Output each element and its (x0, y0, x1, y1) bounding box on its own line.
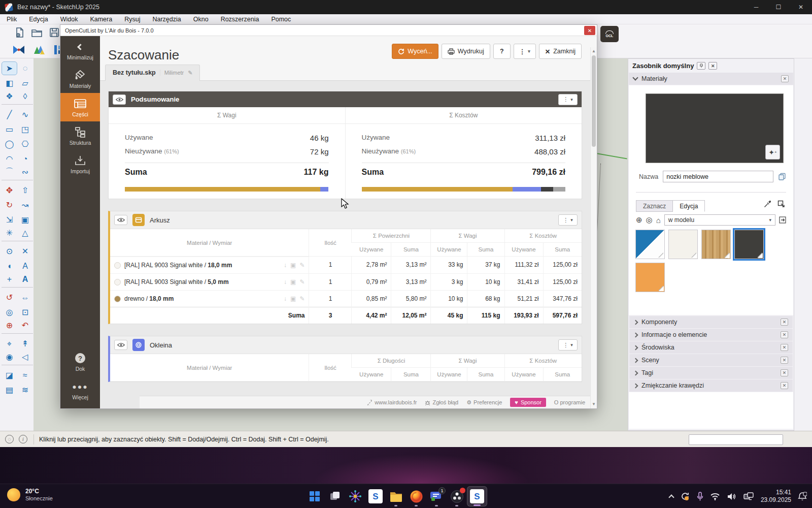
palette-tool-icon[interactable]: ⇲ (2, 213, 17, 227)
obs-studio-button[interactable] (447, 486, 467, 506)
arrow-down-icon[interactable]: ↓ (284, 262, 287, 269)
website-link[interactable]: www.lairdubois.fr (367, 399, 417, 405)
palette-tool-icon[interactable]: ⇔ (17, 291, 33, 304)
menu-item[interactable]: Widok (60, 16, 78, 23)
save-file-icon[interactable] (49, 27, 60, 38)
tray-section-header[interactable]: Informacje o elemencie ✕ (629, 329, 793, 341)
scrollbar-thumb[interactable] (592, 55, 596, 147)
scroll-up-icon[interactable]: ▲ (591, 49, 597, 53)
palette-tool-icon[interactable]: ◎ (2, 305, 17, 319)
notification-bell-icon[interactable] (798, 492, 807, 501)
geolocation-icon[interactable]: ◌ (5, 435, 14, 443)
edit-pencil-icon[interactable]: ✎ (299, 278, 304, 285)
col-group-weight[interactable]: Σ Wagi (431, 354, 504, 368)
collection-dropdown[interactable]: w modelu▾ (664, 214, 775, 226)
material-swatch[interactable] (635, 230, 665, 259)
palette-tool-icon[interactable]: ▱ (17, 76, 33, 90)
sketchup-active-button[interactable]: S (467, 486, 487, 506)
add-material-icon[interactable]: ⊕ (636, 215, 642, 225)
palette-tool-icon[interactable]: ∿ (17, 108, 33, 121)
scroll-down-icon[interactable]: ▼ (591, 402, 597, 406)
sketchup-pinned-button[interactable]: S (365, 486, 386, 506)
col-used[interactable]: Używane (431, 368, 467, 382)
edit-pencil-icon[interactable]: ✎ (299, 262, 304, 269)
sample-in-model-icon[interactable] (777, 200, 785, 208)
palette-tool-icon[interactable]: ◊ (17, 91, 33, 105)
sponsor-button[interactable]: ♥Sponsor (510, 398, 546, 407)
materials-tab-edycja[interactable]: Edycja (673, 200, 705, 212)
menu-item[interactable]: Narzędzia (152, 16, 181, 23)
palette-tool-icon[interactable]: ◖ (2, 259, 17, 273)
eyedropper-icon[interactable] (764, 200, 771, 208)
open-file-icon[interactable] (31, 27, 43, 38)
close-button[interactable]: ✕ (790, 4, 812, 11)
palette-tool-icon[interactable]: ⊡ (17, 305, 33, 319)
close-section-icon[interactable]: ✕ (781, 382, 788, 389)
palette-tool-icon[interactable]: ✳ (2, 228, 17, 241)
col-group-cost[interactable]: Σ Kosztów (504, 354, 582, 368)
palette-tool-icon[interactable]: ◁ (17, 352, 33, 365)
opencutlist-toolbar-button[interactable]: OCL (600, 26, 619, 42)
estimate-button[interactable]: Wyceń... (392, 44, 438, 59)
palette-tool-icon[interactable]: ⎔ (17, 137, 33, 151)
sidebar-item-parts[interactable]: Części (60, 93, 100, 121)
close-tray-button[interactable]: ✕ (708, 62, 717, 70)
menu-item[interactable]: Rysuj (124, 16, 140, 23)
pin-tray-button[interactable] (697, 62, 705, 70)
credits-info-icon[interactable]: i (19, 435, 27, 443)
styles-toolbar-icon[interactable] (12, 44, 25, 56)
sidebar-item-docs[interactable]: ? Dok (60, 347, 100, 376)
visibility-eye-button[interactable] (113, 94, 126, 105)
duplicate-material-icon[interactable] (778, 173, 786, 180)
views-toolbar-icon[interactable] (32, 44, 46, 56)
print-button[interactable]: Wydrukuj (442, 44, 490, 59)
palette-tool-icon[interactable]: ✥ (2, 183, 17, 197)
ai-texture-button[interactable]: ✦+ (765, 145, 780, 160)
sheet-table-row[interactable]: [RAL] RAL 9003 Signal white / 5,0 mm ↓▣✎… (110, 273, 582, 290)
palette-tool-icon[interactable]: ↟ (17, 337, 33, 351)
dialog-close-button[interactable]: ✕ (584, 26, 595, 35)
material-swatch[interactable] (668, 230, 698, 259)
col-qty[interactable]: Ilość (309, 229, 352, 257)
measurements-input[interactable] (689, 434, 783, 445)
palette-tool-icon[interactable]: ◳ (17, 122, 33, 136)
material-name-input[interactable]: nozki meblowe (663, 171, 773, 182)
palette-tool-icon[interactable]: ⌖ (2, 337, 17, 351)
col-group-area[interactable]: Σ Powierzchni (352, 229, 431, 243)
palette-tool-icon[interactable]: ⊕ (2, 320, 17, 334)
close-section-icon[interactable]: ✕ (781, 75, 789, 82)
arrow-down-icon[interactable]: ↓ (284, 295, 287, 302)
veneer-kebab-button[interactable]: ⋮▾ (558, 339, 578, 351)
sheet-table-row[interactable]: [RAL] RAL 9003 Signal white / 18,0 mm ↓▣… (110, 257, 582, 274)
visibility-eye-button[interactable] (114, 215, 127, 225)
palette-tool-icon[interactable]: ▭ (2, 122, 17, 136)
palette-tool-icon[interactable]: ⇧ (17, 183, 33, 197)
col-sum[interactable]: Suma (391, 368, 431, 382)
menu-item[interactable]: Rozszerzenia (221, 16, 259, 23)
palette-tool-icon[interactable]: ↺ (2, 291, 17, 304)
close-section-icon[interactable]: ✕ (781, 344, 788, 351)
palette-tool-icon[interactable]: △ (17, 228, 33, 241)
palette-tool-icon[interactable]: ✕ (17, 244, 33, 258)
help-button[interactable]: ? (493, 44, 511, 59)
col-sum[interactable]: Suma (391, 243, 431, 257)
palette-tool-icon[interactable]: ◧ (2, 76, 17, 90)
col-used[interactable]: Używane (352, 368, 391, 382)
tray-section-header[interactable]: Zmiękczanie krawędzi ✕ (629, 379, 793, 392)
material-swatch[interactable] (701, 230, 731, 259)
task-view-button[interactable] (325, 486, 345, 506)
palette-tool-icon[interactable]: ↻ (2, 198, 17, 212)
col-group-weight[interactable]: Σ Wagi (431, 229, 504, 243)
detail-arrow-icon[interactable] (779, 216, 786, 224)
clock-widget[interactable]: 15:41 23.09.2025 (761, 489, 791, 504)
summary-kebab-button[interactable]: ⋮▾ (558, 94, 578, 105)
in-model-icon[interactable]: ◎ (646, 215, 653, 225)
menu-item[interactable]: Okno (193, 16, 209, 23)
palette-tool-icon[interactable]: ⌒ (2, 167, 17, 180)
tray-overflow-chevron[interactable] (668, 494, 674, 500)
palette-tool-icon[interactable]: ▤ (2, 383, 17, 397)
materials-tab-zaznacz[interactable]: Zaznacz (636, 200, 673, 212)
col-used[interactable]: Używane (504, 368, 543, 382)
sidebar-item-minimize[interactable]: Minimalizuj (60, 36, 100, 65)
tray-section-header[interactable]: Komponenty ✕ (629, 316, 793, 328)
